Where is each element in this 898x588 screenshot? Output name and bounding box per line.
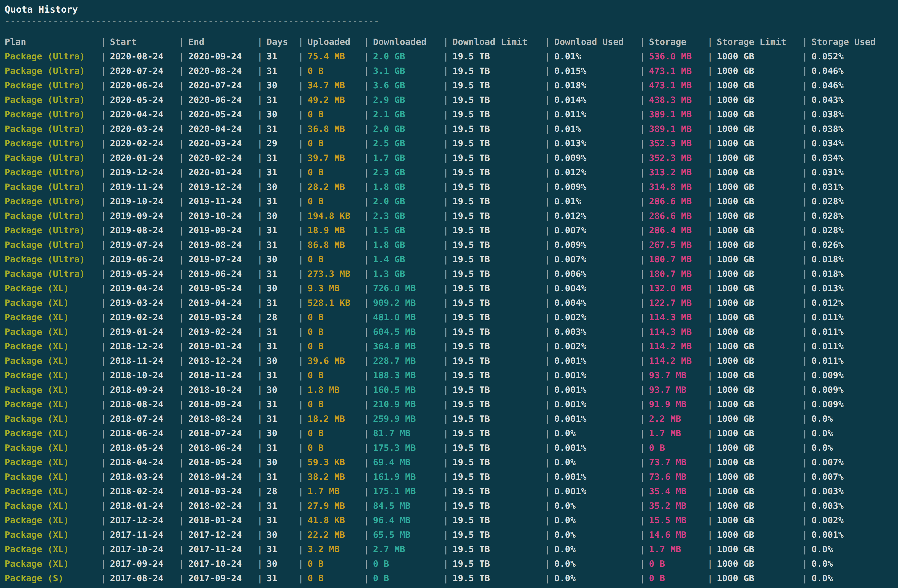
cell-download-limit: 19.5 TB bbox=[452, 194, 545, 209]
table-row: Package (Ultra)|2019-12-24|2020-01-24|31… bbox=[5, 165, 898, 180]
cell-storage: 352.3 MB bbox=[649, 136, 707, 150]
cell-storage: 0 B bbox=[649, 441, 707, 455]
column-separator: | bbox=[545, 252, 554, 267]
column-separator: | bbox=[443, 411, 452, 426]
column-separator: | bbox=[640, 411, 649, 426]
column-separator: | bbox=[640, 194, 649, 209]
column-separator: | bbox=[545, 484, 554, 499]
cell-download-used: 0.009% bbox=[554, 180, 640, 194]
column-separator: | bbox=[640, 542, 649, 556]
cell-start-date: 2018-07-24 bbox=[110, 411, 179, 426]
cell-storage-used: 0.002% bbox=[812, 513, 898, 527]
cell-days: 30 bbox=[267, 556, 298, 571]
table-row: Package (Ultra)|2020-05-24|2020-06-24|31… bbox=[5, 92, 898, 107]
cell-days: 31 bbox=[267, 267, 298, 281]
column-separator: | bbox=[640, 426, 649, 441]
cell-start-date: 2020-06-24 bbox=[110, 78, 179, 92]
column-separator: | bbox=[443, 78, 452, 92]
cell-storage-used: 0.007% bbox=[812, 470, 898, 484]
column-separator: | bbox=[364, 238, 373, 252]
cell-download-used: 0.0% bbox=[554, 499, 640, 513]
cell-storage-used: 0.0% bbox=[812, 542, 898, 556]
column-separator: | bbox=[179, 542, 188, 556]
cell-download-used: 0.001% bbox=[554, 368, 640, 382]
column-separator: | bbox=[545, 35, 554, 49]
column-separator: | bbox=[179, 310, 188, 324]
column-separator: | bbox=[101, 368, 110, 382]
cell-start-date: 2018-02-24 bbox=[110, 484, 179, 499]
column-separator: | bbox=[101, 165, 110, 180]
column-header-storage: Storage bbox=[649, 35, 707, 49]
column-separator: | bbox=[298, 470, 308, 484]
cell-storage-used: 0.034% bbox=[812, 150, 898, 165]
cell-uploaded: 0 B bbox=[308, 136, 364, 150]
column-separator: | bbox=[545, 397, 554, 411]
column-separator: | bbox=[257, 281, 267, 296]
cell-uploaded: 86.8 MB bbox=[308, 238, 364, 252]
cell-days: 31 bbox=[267, 223, 298, 238]
cell-days: 31 bbox=[267, 470, 298, 484]
column-separator: | bbox=[298, 382, 308, 397]
cell-download-used: 0.001% bbox=[554, 484, 640, 499]
column-separator: | bbox=[179, 35, 188, 49]
cell-end-date: 2020-09-24 bbox=[188, 49, 257, 64]
column-separator: | bbox=[640, 92, 649, 107]
cell-storage-used: 0.012% bbox=[812, 296, 898, 310]
column-separator: | bbox=[257, 35, 267, 49]
table-row: Package (Ultra)|2020-07-24|2020-08-24|31… bbox=[5, 64, 898, 78]
cell-download-limit: 19.5 TB bbox=[452, 426, 545, 441]
cell-download-limit: 19.5 TB bbox=[452, 296, 545, 310]
cell-start-date: 2019-11-24 bbox=[110, 180, 179, 194]
cell-storage-limit: 1000 GB bbox=[717, 296, 802, 310]
cell-days: 30 bbox=[267, 252, 298, 267]
column-separator: | bbox=[640, 324, 649, 339]
cell-storage: 473.1 MB bbox=[649, 64, 707, 78]
cell-downloaded: 3.6 GB bbox=[373, 78, 443, 92]
cell-download-used: 0.001% bbox=[554, 382, 640, 397]
table-row: Package (XL)|2017-09-24|2017-10-24|30|0 … bbox=[5, 556, 898, 571]
column-separator: | bbox=[257, 209, 267, 223]
cell-plan: Package (XL) bbox=[5, 455, 101, 470]
column-separator: | bbox=[443, 353, 452, 368]
cell-storage-limit: 1000 GB bbox=[717, 324, 802, 339]
table-row: Package (XL)|2018-12-24|2019-01-24|31|0 … bbox=[5, 339, 898, 353]
column-separator: | bbox=[179, 470, 188, 484]
column-separator: | bbox=[101, 252, 110, 267]
cell-storage: 389.1 MB bbox=[649, 107, 707, 121]
cell-download-used: 0.011% bbox=[554, 107, 640, 121]
column-separator: | bbox=[101, 426, 110, 441]
column-separator: | bbox=[257, 382, 267, 397]
cell-download-limit: 19.5 TB bbox=[452, 310, 545, 324]
cell-start-date: 2020-07-24 bbox=[110, 64, 179, 78]
cell-uploaded: 0 B bbox=[308, 426, 364, 441]
column-separator: | bbox=[545, 267, 554, 281]
cell-downloaded: 65.5 MB bbox=[373, 527, 443, 542]
column-separator: | bbox=[101, 136, 110, 150]
column-separator: | bbox=[364, 78, 373, 92]
cell-download-limit: 19.5 TB bbox=[452, 64, 545, 78]
cell-storage-limit: 1000 GB bbox=[717, 542, 802, 556]
cell-storage-limit: 1000 GB bbox=[717, 209, 802, 223]
column-separator: | bbox=[101, 470, 110, 484]
cell-downloaded: 2.3 GB bbox=[373, 165, 443, 180]
column-separator: | bbox=[545, 121, 554, 136]
cell-downloaded: 909.2 MB bbox=[373, 296, 443, 310]
column-separator: | bbox=[443, 368, 452, 382]
cell-storage: 114.3 MB bbox=[649, 324, 707, 339]
column-separator: | bbox=[802, 121, 812, 136]
cell-download-limit: 19.5 TB bbox=[452, 49, 545, 64]
column-separator: | bbox=[640, 310, 649, 324]
column-separator: | bbox=[298, 238, 308, 252]
cell-storage-used: 0.011% bbox=[812, 310, 898, 324]
cell-end-date: 2018-11-24 bbox=[188, 368, 257, 382]
cell-storage-used: 0.013% bbox=[812, 281, 898, 296]
column-separator: | bbox=[640, 368, 649, 382]
cell-storage: 352.3 MB bbox=[649, 150, 707, 165]
column-separator: | bbox=[802, 571, 812, 585]
column-separator: | bbox=[179, 368, 188, 382]
column-separator: | bbox=[802, 92, 812, 107]
cell-end-date: 2018-06-24 bbox=[188, 441, 257, 455]
column-separator: | bbox=[257, 397, 267, 411]
cell-days: 30 bbox=[267, 281, 298, 296]
table-row: Package (XL)|2018-08-24|2018-09-24|31|0 … bbox=[5, 397, 898, 411]
